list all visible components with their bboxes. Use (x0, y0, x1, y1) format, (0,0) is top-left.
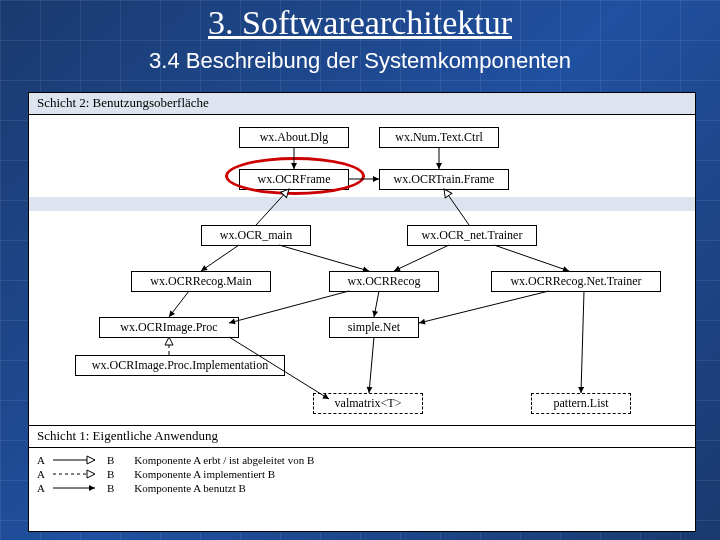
layer-band-ui: Schicht 2: Benutzungsoberfläche (29, 93, 695, 115)
svg-line-7 (494, 245, 569, 271)
component-imageprocimpl: wx.OCRImage.Proc.Implementation (75, 355, 285, 376)
layer-divider (29, 197, 695, 211)
component-aboutdlg: wx.About.Dlg (239, 127, 349, 148)
svg-line-6 (279, 245, 369, 271)
legend-row-implements: A B Komponente A implementiert B Y Y ist… (37, 468, 687, 480)
component-ocrnettrainer: wx.OCR_net.Trainer (407, 225, 537, 246)
legend-B1: B (107, 454, 114, 466)
page-subtitle: 3.4 Beschreibung der Systemkomponenten (0, 48, 720, 74)
legend-A2: A (37, 468, 45, 480)
legend-B2: B (107, 468, 114, 480)
legend-text-implements: Komponente A implementiert B (134, 468, 275, 480)
svg-line-10 (374, 291, 379, 317)
architecture-diagram: Schicht 2: Benutzungsoberfläche wx.About… (28, 92, 696, 532)
component-recogmain: wx.OCRRecog.Main (131, 271, 271, 292)
svg-line-12 (419, 291, 549, 323)
component-ocrmain: wx.OCR_main (201, 225, 311, 246)
legend-A3: A (37, 482, 45, 494)
component-recog: wx.OCRRecog (329, 271, 439, 292)
svg-line-16 (369, 337, 374, 393)
svg-line-9 (169, 291, 189, 317)
datatype-valmatrix: valmatrix<T> (313, 393, 423, 414)
component-imageproc: wx.OCRImage.Proc (99, 317, 239, 338)
layer-label-app: Schicht 1: Eigentliche Anwendung (29, 425, 695, 446)
component-ocrframe: wx.OCRFrame (239, 169, 349, 190)
layer-label-ui: Schicht 2: Benutzungsoberfläche (29, 93, 695, 113)
component-numtextctrl: wx.Num.Text.Ctrl (379, 127, 499, 148)
svg-line-8 (394, 245, 449, 271)
legend-row-uses: A B Komponente A benutzt B (37, 482, 687, 494)
legend-text-inherits: Komponente A erbt / ist abgeleitet von B (134, 454, 314, 466)
component-recognettrainer: wx.OCRRecog.Net.Trainer (491, 271, 661, 292)
component-ocrtrainframe: wx.OCRTrain.Frame (379, 169, 509, 190)
svg-line-5 (201, 245, 239, 271)
legend: A B Komponente A erbt / ist abgeleitet v… (29, 447, 695, 502)
component-simplenet: simple.Net (329, 317, 419, 338)
datatype-patternlist: pattern.List (531, 393, 631, 414)
legend-B3: B (107, 482, 114, 494)
legend-A1: A (37, 454, 45, 466)
legend-row-inherits: A B Komponente A erbt / ist abgeleitet v… (37, 454, 687, 466)
page-title: 3. Softwarearchitektur (0, 0, 720, 42)
legend-text-uses: Komponente A benutzt B (134, 482, 246, 494)
svg-line-13 (581, 291, 584, 393)
